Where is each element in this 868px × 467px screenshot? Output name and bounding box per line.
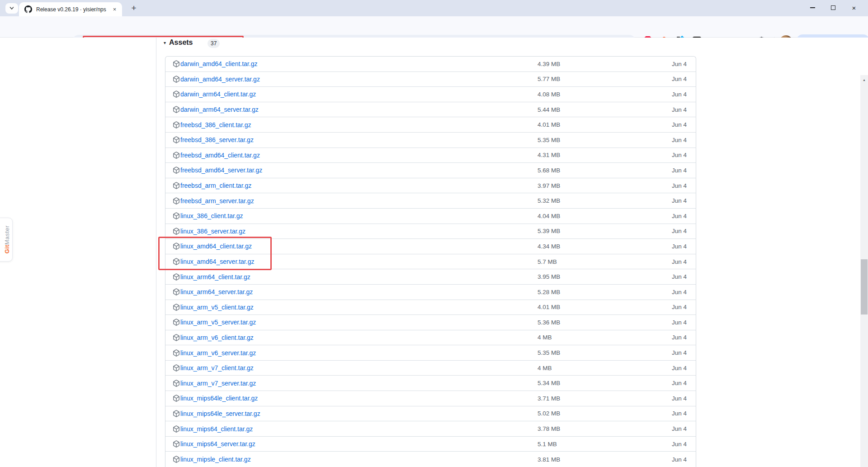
package-icon: [173, 212, 180, 219]
asset-date: Jun 4: [672, 137, 687, 143]
asset-date: Jun 4: [672, 289, 687, 295]
asset-size: 4.31 MB: [538, 152, 560, 158]
asset-row: linux_arm64_server.tar.gz 5.28 MB Jun 4: [165, 285, 696, 300]
asset-row: linux_arm_v7_server.tar.gz 5.34 MB Jun 4: [165, 376, 696, 391]
asset-row: linux_mips64le_server.tar.gz 5.02 MB Jun…: [165, 406, 696, 422]
asset-link[interactable]: freebsd_386_server.tar.gz: [180, 136, 254, 143]
asset-date: Jun 4: [672, 91, 687, 98]
asset-size: 4 MB: [538, 334, 552, 341]
asset-link[interactable]: freebsd_amd64_server.tar.gz: [180, 167, 262, 174]
package-icon: [173, 258, 180, 265]
tab-search-button[interactable]: [5, 3, 18, 14]
asset-date: Jun 4: [672, 152, 687, 158]
package-icon: [173, 349, 180, 357]
asset-link[interactable]: linux_mips64_client.tar.gz: [180, 425, 253, 433]
scroll-up-icon[interactable]: ▲: [860, 76, 868, 83]
asset-date: Jun 4: [672, 425, 687, 432]
asset-size: 5.77 MB: [538, 76, 560, 82]
asset-size: 4.01 MB: [538, 304, 560, 310]
asset-date: Jun 4: [672, 349, 687, 356]
package-icon: [173, 334, 180, 341]
github-favicon-icon: [24, 5, 32, 13]
asset-link[interactable]: linux_386_client.tar.gz: [180, 212, 243, 219]
asset-size: 4.39 MB: [538, 61, 560, 67]
asset-size: 4.34 MB: [538, 243, 560, 250]
asset-row: linux_arm_v6_client.tar.gz 4 MB Jun 4: [165, 330, 696, 346]
asset-link[interactable]: linux_arm_v5_server.tar.gz: [180, 319, 256, 326]
window-close-button[interactable]: ×: [844, 0, 863, 15]
tab-close-icon[interactable]: ×: [111, 5, 118, 13]
assets-heading[interactable]: ▾ Assets: [164, 38, 193, 47]
asset-size: 3.71 MB: [538, 395, 560, 402]
asset-link[interactable]: darwin_amd64_server.tar.gz: [180, 76, 260, 83]
page-scrollbar[interactable]: ▲ ▼: [860, 75, 868, 467]
asset-size: 3.95 MB: [538, 273, 560, 280]
asset-size: 4.04 MB: [538, 213, 560, 219]
asset-link[interactable]: linux_arm_v7_server.tar.gz: [180, 380, 256, 387]
asset-size: 4.08 MB: [538, 91, 560, 98]
asset-row: freebsd_386_server.tar.gz 5.35 MB Jun 4: [165, 133, 696, 148]
asset-link[interactable]: freebsd_arm_client.tar.gz: [180, 182, 251, 189]
git-master-label: GitMaster: [4, 225, 10, 253]
asset-link[interactable]: linux_amd64_client.tar.gz: [180, 243, 252, 250]
asset-link[interactable]: linux_arm64_client.tar.gz: [180, 273, 250, 281]
asset-date: Jun 4: [672, 304, 687, 310]
asset-link[interactable]: linux_arm_v5_client.tar.gz: [180, 304, 254, 311]
asset-link[interactable]: linux_arm_v6_server.tar.gz: [180, 349, 256, 357]
asset-row: freebsd_386_client.tar.gz 4.01 MB Jun 4: [165, 117, 696, 133]
assets-count-badge: 37: [208, 39, 220, 48]
asset-link[interactable]: linux_mips64le_client.tar.gz: [180, 395, 258, 402]
asset-link[interactable]: linux_mips64le_server.tar.gz: [180, 410, 260, 417]
package-icon: [173, 76, 180, 83]
minimize-icon: [810, 7, 815, 8]
window-maximize-button[interactable]: [824, 0, 843, 15]
asset-link[interactable]: darwin_arm64_server.tar.gz: [180, 106, 259, 113]
asset-size: 5.39 MB: [538, 228, 560, 234]
asset-date: Jun 4: [672, 395, 687, 402]
package-icon: [173, 364, 180, 372]
asset-row: linux_mipsle_client.tar.gz 3.81 MB Jun 4: [165, 452, 696, 467]
package-icon: [173, 456, 180, 463]
git-master-side-tab[interactable]: GitMaster: [0, 218, 13, 262]
asset-link[interactable]: linux_amd64_server.tar.gz: [180, 258, 254, 265]
browser-tab[interactable]: Release v0.26.19 · yisier/nps ×: [19, 2, 122, 16]
asset-link[interactable]: darwin_arm64_client.tar.gz: [180, 91, 256, 98]
package-icon: [173, 197, 180, 205]
asset-row: darwin_amd64_server.tar.gz 5.77 MB Jun 4: [165, 72, 696, 87]
asset-link[interactable]: linux_arm64_server.tar.gz: [180, 288, 253, 295]
asset-link[interactable]: freebsd_arm_server.tar.gz: [180, 197, 254, 205]
release-timeline-line: [156, 38, 156, 467]
asset-size: 3.97 MB: [538, 182, 560, 189]
asset-link[interactable]: linux_mips64_server.tar.gz: [180, 440, 255, 448]
package-icon: [173, 380, 180, 387]
tab-strip: Release v0.26.19 · yisier/nps × + ×: [0, 0, 868, 16]
asset-size: 5.28 MB: [538, 289, 560, 295]
asset-size: 4.01 MB: [538, 121, 560, 128]
new-tab-button[interactable]: +: [128, 2, 140, 14]
asset-row: linux_arm64_client.tar.gz 3.95 MB Jun 4: [165, 269, 696, 285]
asset-link[interactable]: linux_mipsle_client.tar.gz: [180, 456, 251, 463]
asset-date: Jun 4: [672, 76, 687, 82]
asset-row: linux_amd64_client.tar.gz 4.34 MB Jun 4: [165, 239, 696, 254]
asset-row: freebsd_amd64_server.tar.gz 5.68 MB Jun …: [165, 163, 696, 178]
asset-link[interactable]: freebsd_386_client.tar.gz: [180, 121, 251, 129]
asset-date: Jun 4: [672, 228, 687, 234]
package-icon: [173, 136, 180, 143]
asset-link[interactable]: linux_386_server.tar.gz: [180, 228, 245, 235]
package-icon: [173, 228, 180, 235]
asset-size: 3.81 MB: [538, 456, 560, 463]
package-icon: [173, 288, 180, 295]
window-minimize-button[interactable]: [803, 0, 822, 15]
asset-size: 5.1 MB: [538, 441, 557, 448]
asset-row: linux_arm_v6_server.tar.gz 5.35 MB Jun 4: [165, 345, 696, 361]
asset-row: freebsd_amd64_client.tar.gz 4.31 MB Jun …: [165, 148, 696, 163]
assets-table: darwin_amd64_client.tar.gz 4.39 MB Jun 4…: [165, 56, 696, 467]
asset-link[interactable]: linux_arm_v7_client.tar.gz: [180, 364, 254, 372]
asset-link[interactable]: darwin_amd64_client.tar.gz: [180, 60, 257, 67]
asset-size: 5.68 MB: [538, 167, 560, 174]
scrollbar-thumb[interactable]: [861, 259, 868, 315]
asset-link[interactable]: linux_arm_v6_client.tar.gz: [180, 334, 254, 341]
asset-size: 3.78 MB: [538, 425, 560, 432]
asset-link[interactable]: freebsd_amd64_client.tar.gz: [180, 152, 260, 159]
assets-title: Assets: [169, 38, 193, 47]
